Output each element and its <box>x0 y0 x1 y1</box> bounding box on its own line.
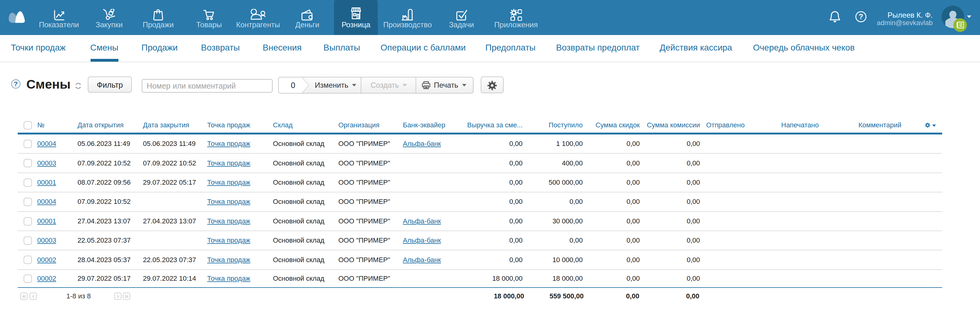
svg-text:?: ? <box>859 13 863 21</box>
